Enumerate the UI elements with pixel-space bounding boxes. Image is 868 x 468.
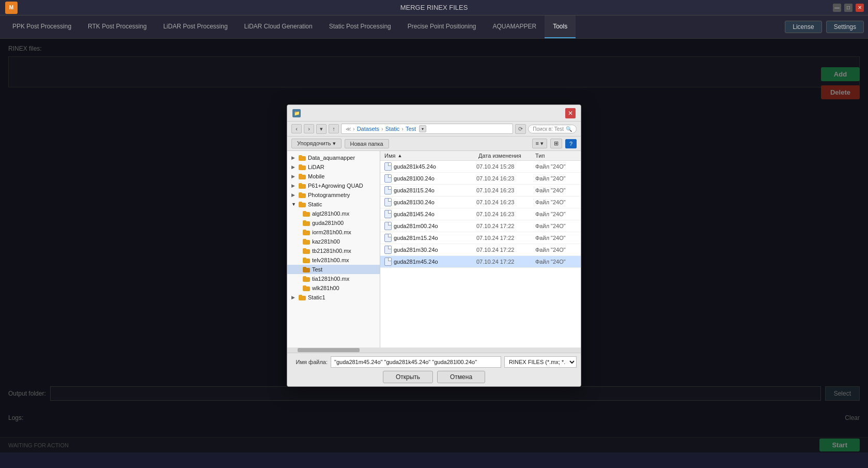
search-box[interactable]: Поиск в: Test 🔍 [528,125,577,133]
file-date: 07.10.24 16:23 [476,211,533,217]
tree-panel: ▶ Data_aquamapper ▶ LiDAR ▶ Mobile [287,151,380,348]
search-icon: 🔍 [566,126,572,132]
nav-tools: License Settings [785,16,864,38]
tree-item-iorm[interactable]: iorm281h00.mx [287,228,380,237]
app-logo: M [5,2,18,14]
file-icon [384,186,392,194]
window-controls: — □ ✕ [833,4,864,12]
tree-item-mobile[interactable]: ▶ Mobile [287,172,380,181]
tree-label: Test [312,266,322,273]
tree-item-static1[interactable]: ▶ Static1 [287,293,380,302]
tree-label: tb21281h00.mx [312,248,351,254]
settings-button[interactable]: Settings [826,21,864,33]
col-name-header[interactable]: Имя ▲ [384,153,478,159]
tab-rtk-post-processing[interactable]: RTK Post Processing [80,16,155,38]
file-row[interactable]: guda281k45.24o 07.10.24 15:28 Файл "24O" [380,161,581,173]
tree-item-telv[interactable]: telv281h00.mx [287,255,380,265]
path-part-datasets[interactable]: Datasets [357,126,379,132]
tree-label: kaz281h00 [312,238,340,245]
footer-filename-label: Имя файла: [291,359,328,365]
folder-icon [299,155,306,161]
footer-filename-input[interactable] [331,356,501,368]
file-row-selected[interactable]: guda281m45.24o 07.10.24 17:22 Файл "24O" [380,256,581,268]
file-row[interactable]: guda281l00.24o 07.10.24 16:23 Файл "24O" [380,173,581,185]
tree-item-kaz[interactable]: kaz281h00 [287,237,380,246]
file-type: Файл "24O" [535,235,577,241]
tree-item-test[interactable]: Test [287,265,380,274]
cancel-button[interactable]: Отмена [437,371,485,383]
tree-label: Mobile [308,173,324,179]
tree-item-lidar[interactable]: ▶ LiDAR [287,162,380,172]
tree-item-tia[interactable]: tia1281h00.mx [287,274,380,283]
close-button[interactable]: ✕ [856,4,864,12]
navbar: PPK Post Processing RTK Post Processing … [0,16,868,39]
new-folder-button[interactable]: Новая папка [345,139,389,148]
tree-label: LiDAR [308,164,324,170]
tree-item-wlk[interactable]: wlk281h00 [287,283,380,293]
folder-icon [299,192,306,198]
tab-precise-point-positioning[interactable]: Precise Point Positioning [399,16,485,38]
forward-button[interactable]: › [304,124,314,133]
dialog-close-button[interactable]: ✕ [565,108,576,118]
folder-icon [299,164,306,170]
tree-item-tb[interactable]: tb21281h00.mx [287,246,380,255]
maximize-button[interactable]: □ [844,4,853,12]
file-row[interactable]: guda281m30.24o 07.10.24 17:22 Файл "24O" [380,244,581,256]
folder-icon [303,211,310,217]
help-button[interactable]: ? [565,139,577,148]
file-row[interactable]: guda281l30.24o 07.10.24 16:23 Файл "24O" [380,197,581,208]
view-icons-button[interactable]: ⊞ [550,139,562,148]
path-chevron-button[interactable]: ▾ [419,125,426,132]
folder-icon [299,202,306,207]
path-dropdown-button[interactable]: ▾ [316,124,327,134]
up-button[interactable]: ↑ [329,124,339,133]
dialog-body: ▶ Data_aquamapper ▶ LiDAR ▶ Mobile [287,151,581,348]
file-name: guda281l30.24o [394,199,474,205]
file-date: 07.10.24 16:23 [476,199,533,205]
folder-icon [303,258,310,263]
tree-item-data-aquamapper[interactable]: ▶ Data_aquamapper [287,153,380,162]
search-placeholder: Поиск в: Test [533,126,564,132]
horizontal-scrollbar[interactable] [287,348,581,353]
tab-static-post-processing[interactable]: Static Post Processing [321,16,399,38]
dialog-footer: Имя файла: RINEX FILES (*.mx; *.o; *.obs… [287,353,581,386]
tree-item-guda281h00[interactable]: guda281h00 [287,218,380,228]
tab-ppk-post-processing[interactable]: PPK Post Processing [4,16,80,38]
path-part-test[interactable]: Test [406,126,416,132]
tree-item-photogrammetry[interactable]: ▶ Photogrammetry [287,190,380,200]
file-row[interactable]: guda281m00.24o 07.10.24 17:22 Файл "24O" [380,220,581,232]
tree-item-p61[interactable]: ▶ P61+Agrowing QUAD [287,181,380,190]
minimize-button[interactable]: — [833,4,841,12]
file-row[interactable]: guda281m15.24o 07.10.24 17:22 Файл "24O" [380,232,581,244]
footer-filetype-select[interactable]: RINEX FILES (*.mx; *.o; *.obs; * [504,356,577,368]
scrollbar-thumb[interactable] [298,348,360,352]
folder-icon [303,248,310,254]
tab-tools[interactable]: Tools [545,16,576,38]
open-button[interactable]: Открыть [383,371,433,383]
path-part-static[interactable]: Static [385,126,400,132]
back-button[interactable]: ‹ [291,124,302,133]
file-row[interactable]: guda281l15.24o 07.10.24 16:23 Файл "24O" [380,185,581,197]
tab-lidar-cloud-generation[interactable]: LiDAR Cloud Generation [236,16,321,38]
file-row[interactable]: guda281l45.24o 07.10.24 16:23 Файл "24O" [380,208,581,220]
refresh-button[interactable]: ⟳ [515,124,526,134]
file-type: Файл "24O" [535,163,577,170]
tree-item-static[interactable]: ▼ Static [287,200,380,209]
tab-lidar-post-processing[interactable]: LiDAR Post Processing [155,16,236,38]
dialog-title-left: 📁 [292,109,304,117]
file-date: 07.10.24 16:23 [476,187,533,193]
sort-button[interactable]: Упорядочить ▾ [291,139,342,148]
file-date: 07.10.24 17:22 [476,223,533,229]
tree-item-algt[interactable]: algt281h00.mx [287,209,380,218]
license-button[interactable]: License [785,21,822,33]
file-date: 07.10.24 17:22 [476,259,533,265]
folder-icon-selected [303,267,310,273]
file-date: 07.10.24 15:28 [476,163,533,170]
window-title: MERGE RINEX FILES [400,4,468,11]
titlebar: M MERGE RINEX FILES — □ ✕ [0,0,868,16]
file-name: guda281l45.24o [394,211,474,217]
folder-icon [303,285,310,291]
tab-aquamapper[interactable]: AQUAMAPPER [485,16,545,38]
view-list-button[interactable]: ≡ ▾ [532,139,547,148]
file-icon [384,174,392,183]
